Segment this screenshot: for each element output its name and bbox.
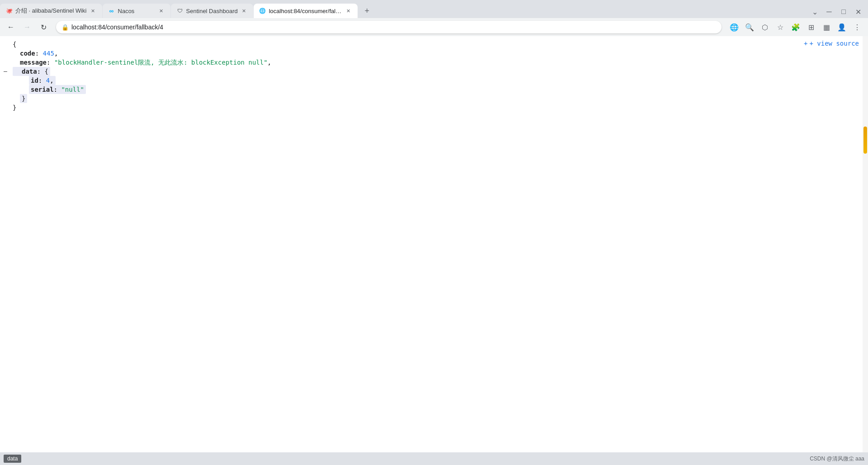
scrollbar-thumb[interactable]	[863, 127, 867, 154]
json-line-message: message: "blockHandler-sentinel限流, 无此流水:…	[0, 58, 868, 67]
tab-bar-right: ⌄ ─ □ ✕	[808, 5, 868, 18]
key-data: data	[14, 68, 37, 75]
json-open-brace: {	[11, 40, 16, 49]
collapse-7	[0, 94, 11, 103]
tab-favicon-github: 🐙	[5, 7, 13, 14]
tab-close-sentinel[interactable]: ✕	[241, 7, 248, 14]
json-code-line: code: 445,	[11, 49, 58, 58]
tab-github[interactable]: 🐙 介绍 · alibaba/Sentinel Wiki ✕	[0, 4, 102, 18]
key-message: message	[20, 59, 47, 66]
key-id: id	[31, 77, 38, 84]
json-line-close-root: }	[0, 103, 868, 112]
json-serial-line: serial: "null"	[29, 85, 86, 94]
status-bar-right: CSDN @清风微尘 aaa	[810, 455, 864, 463]
browser-chrome: 🐙 介绍 · alibaba/Sentinel Wiki ✕ ∞ Nacos ✕…	[0, 0, 868, 36]
view-source-label: + view source	[809, 40, 859, 47]
status-right-text: CSDN @清风微尘 aaa	[810, 455, 864, 463]
forward-button[interactable]: →	[20, 20, 34, 34]
collapse-8	[0, 103, 11, 112]
collapse-1	[0, 40, 11, 49]
translate-icon[interactable]: 🌐	[727, 20, 741, 34]
tab-title-current: localhost:84/consumer/fallbac	[269, 8, 342, 14]
address-bar-row: ← → ↻ 🔒 localhost:84/consumer/fallback/4…	[0, 18, 868, 36]
zoom-icon[interactable]: 🔍	[742, 20, 757, 34]
json-line-serial: serial: "null"	[0, 85, 868, 94]
split-screen-icon[interactable]: ▦	[819, 20, 834, 34]
tab-title-nacos: Nacos	[118, 8, 155, 14]
tab-favicon-nacos: ∞	[108, 7, 115, 14]
json-data-close-brace: }	[20, 94, 27, 103]
json-line-data: – data: {	[0, 67, 868, 76]
reload-button[interactable]: ↻	[36, 20, 51, 34]
collapse-data[interactable]: –	[0, 67, 11, 76]
content-area: + + view source { code: 445, message: "b…	[0, 36, 868, 452]
tab-close-current[interactable]: ✕	[345, 7, 352, 14]
collapse-5	[0, 76, 11, 85]
json-line-code: code: 445,	[0, 49, 868, 58]
key-serial: serial	[31, 86, 54, 93]
back-button[interactable]: ←	[4, 20, 18, 34]
bookmark-icon[interactable]: ☆	[773, 20, 788, 34]
extensions-icon[interactable]: 🧩	[788, 20, 803, 34]
value-message: "blockHandler-sentinel限流, 无此流水: blockExc…	[54, 59, 268, 66]
status-badge: data	[4, 455, 21, 463]
profile-icon[interactable]: 👤	[835, 20, 849, 34]
collapse-6	[0, 85, 11, 94]
key-code: code	[20, 50, 35, 57]
json-data-line: data: {	[11, 67, 50, 76]
close-window-icon[interactable]: ✕	[852, 5, 864, 18]
lock-icon: 🔒	[61, 24, 69, 31]
json-root-close-brace: }	[11, 103, 16, 112]
data-open-brace: {	[45, 68, 48, 75]
value-id: 4	[46, 77, 50, 84]
tab-search-icon[interactable]: ⊞	[804, 20, 818, 34]
view-source-plus: +	[804, 40, 807, 47]
json-line-close-data: }	[0, 94, 868, 103]
tab-nacos[interactable]: ∞ Nacos ✕	[103, 4, 170, 18]
tab-close-github[interactable]: ✕	[90, 7, 97, 14]
tab-bar: 🐙 介绍 · alibaba/Sentinel Wiki ✕ ∞ Nacos ✕…	[0, 0, 868, 18]
menu-icon[interactable]: ⋮	[850, 20, 864, 34]
address-bar-right-icons: 🌐 🔍 ⬡ ☆ 🧩 ⊞ ▦ 👤 ⋮	[727, 20, 864, 34]
cast-icon[interactable]: ⬡	[758, 20, 772, 34]
scrollbar[interactable]	[863, 36, 868, 452]
tab-list-icon[interactable]: ⌄	[808, 5, 821, 18]
tab-sentinel[interactable]: 🛡 Sentinel Dashboard ✕	[171, 4, 253, 18]
minimize-icon[interactable]: ─	[823, 5, 835, 18]
tab-favicon-current: 🌐	[259, 7, 266, 14]
view-source-button[interactable]: + + view source	[804, 40, 859, 47]
collapse-2	[0, 49, 11, 58]
status-bar: data CSDN @清风微尘 aaa	[0, 452, 868, 465]
tab-current[interactable]: 🌐 localhost:84/consumer/fallbac ✕	[254, 4, 358, 18]
json-id-line: id: 4,	[29, 76, 56, 85]
json-message-line: message: "blockHandler-sentinel限流, 无此流水:…	[11, 58, 271, 67]
tab-close-nacos[interactable]: ✕	[158, 7, 165, 14]
new-tab-button[interactable]: +	[360, 4, 374, 18]
tab-title-sentinel: Sentinel Dashboard	[186, 8, 238, 14]
json-line-id: id: 4,	[0, 76, 868, 85]
restore-icon[interactable]: □	[837, 5, 850, 18]
value-serial: "null"	[61, 86, 84, 93]
url-display: localhost:84/consumer/fallback/4	[71, 23, 716, 31]
value-code: 445	[43, 50, 54, 57]
tab-title-github: 介绍 · alibaba/Sentinel Wiki	[15, 7, 87, 15]
json-line-1: {	[0, 40, 868, 49]
collapse-3	[0, 58, 11, 67]
address-bar[interactable]: 🔒 localhost:84/consumer/fallback/4	[56, 21, 722, 33]
tab-favicon-sentinel: 🛡	[176, 7, 184, 14]
